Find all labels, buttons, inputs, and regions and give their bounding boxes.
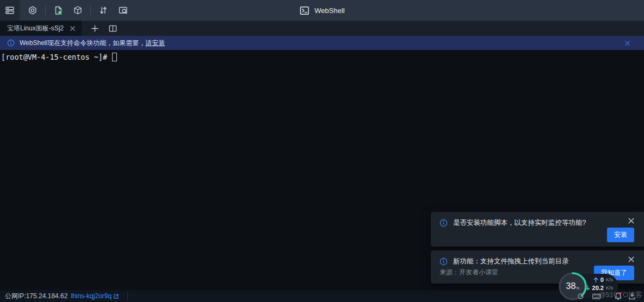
info-icon	[439, 257, 448, 266]
panel-icon[interactable]	[0, 0, 20, 21]
terminal-icon	[299, 5, 309, 16]
app-title-area: WebShell	[299, 0, 344, 21]
keyboard-icon[interactable]	[592, 292, 601, 300]
terminal-prompt: [root@VM-4-15-centos ~]#	[1, 53, 112, 61]
toast-header: 是否安装功能脚本，以支持实时监控等功能?	[431, 212, 644, 228]
close-icon[interactable]	[628, 217, 635, 224]
tab-webshell-session[interactable]: 宝塔Linux面板-sSj2	[0, 21, 82, 36]
window-search-icon[interactable]	[113, 0, 133, 21]
webshell-banner: WebShell现在支持命令块功能，如果需要，请安装	[0, 36, 644, 50]
app-title: WebShell	[314, 7, 344, 15]
download-icon[interactable]	[628, 292, 636, 300]
refresh-icon[interactable]	[577, 292, 585, 300]
split-view-icon[interactable]	[108, 24, 117, 33]
package-icon[interactable]	[68, 0, 88, 21]
banner-message: WebShell现在支持命令块功能，如果需要，请安装	[20, 39, 165, 48]
tab-bar: 宝塔Linux面板-sSj2	[0, 21, 644, 36]
toast-header: 新功能：支持文件拖拽上传到当前目录	[431, 250, 644, 266]
banner-close-icon[interactable]	[624, 36, 630, 50]
public-ip-label: 公网IP:175.24.184.62	[5, 292, 67, 301]
terminal-cursor	[112, 53, 117, 61]
speed-unit: K/s	[606, 277, 613, 282]
top-toolbar: WebShell	[0, 0, 644, 21]
upload-arrow-icon	[593, 277, 598, 282]
upload-value: 0	[600, 276, 604, 283]
info-icon	[439, 219, 448, 227]
bottom-status-bar: 公网IP:175.24.184.62 lhins-kqj2or9q	[0, 290, 644, 302]
toast-message: 是否安装功能脚本，以支持实时监控等功能?	[453, 218, 586, 228]
toolbar-divider	[45, 6, 46, 15]
tab-label: 宝塔Linux面板-sSj2	[7, 24, 64, 33]
toast-message: 新功能：支持文件拖拽上传到当前目录	[453, 257, 569, 266]
settings-icon[interactable]	[23, 0, 42, 21]
tab-close-icon[interactable]	[70, 26, 76, 32]
file-check-icon[interactable]	[48, 0, 68, 21]
banner-install-link[interactable]: 请安装	[145, 39, 165, 47]
sort-arrows-icon[interactable]	[94, 0, 113, 21]
toolbar-divider	[90, 6, 91, 15]
install-button[interactable]: 安装	[607, 228, 634, 242]
info-icon	[7, 39, 15, 47]
tab-actions	[91, 21, 117, 36]
external-link-icon	[113, 293, 119, 299]
toast-install-script: 是否安装功能脚本，以支持实时监控等功能? 安装	[431, 212, 644, 247]
instance-link[interactable]: lhins-kqj2or9q	[71, 292, 119, 300]
upload-speed: 0K/s	[593, 276, 613, 283]
toast-source: 来源：开发者小课堂	[439, 268, 498, 277]
statusbar-divider	[127, 293, 128, 299]
close-icon[interactable]	[628, 256, 635, 263]
new-tab-icon[interactable]	[91, 24, 99, 33]
bell-icon[interactable]	[614, 292, 623, 301]
